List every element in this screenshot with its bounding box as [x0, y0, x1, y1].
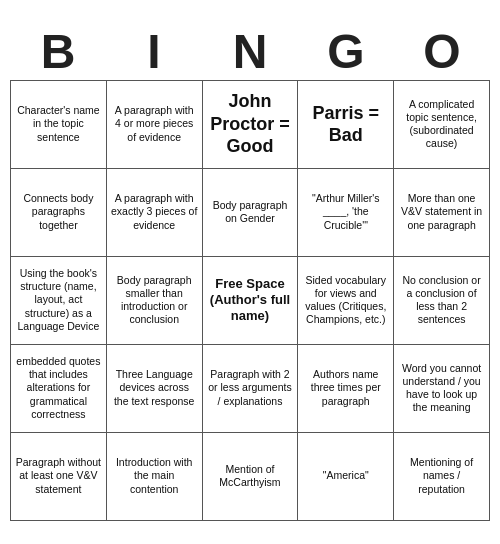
- header-letter-o: O: [398, 28, 486, 76]
- cell-0[interactable]: Character's name in the topic sentence: [11, 81, 107, 169]
- cell-19[interactable]: Word you cannot understand / you have to…: [394, 345, 490, 433]
- header-letter-i: I: [110, 28, 198, 76]
- cell-7[interactable]: Body paragraph on Gender: [203, 169, 299, 257]
- cell-15[interactable]: embedded quotes that includes alteration…: [11, 345, 107, 433]
- cell-5[interactable]: Connects body paragraphs together: [11, 169, 107, 257]
- cell-17[interactable]: Paragraph with 2 or less arguments / exp…: [203, 345, 299, 433]
- cell-12-free-space[interactable]: Free Space (Author's full name): [203, 257, 299, 345]
- cell-23[interactable]: "America": [298, 433, 394, 521]
- cell-22[interactable]: Mention of McCarthyism: [203, 433, 299, 521]
- bingo-card: B I N G O Character's name in the topic …: [10, 24, 490, 521]
- cell-1[interactable]: A paragraph with 4 or more pieces of evi…: [107, 81, 203, 169]
- cell-16[interactable]: Three Language devices across the text r…: [107, 345, 203, 433]
- cell-21[interactable]: Introduction with the main contention: [107, 433, 203, 521]
- bingo-grid: Character's name in the topic sentence A…: [10, 80, 490, 521]
- cell-8[interactable]: "Arthur Miller's ____, 'the Crucible'": [298, 169, 394, 257]
- cell-13[interactable]: Sided vocabulary for views and values (C…: [298, 257, 394, 345]
- cell-11[interactable]: Body paragraph smaller than introduction…: [107, 257, 203, 345]
- header-letter-n: N: [206, 28, 294, 76]
- cell-24[interactable]: Mentioning of names / reputation: [394, 433, 490, 521]
- cell-20[interactable]: Paragraph without at least one V&V state…: [11, 433, 107, 521]
- cell-6[interactable]: A paragraph with exactly 3 pieces of evi…: [107, 169, 203, 257]
- cell-10[interactable]: Using the book's structure (name, layout…: [11, 257, 107, 345]
- header-letter-g: G: [302, 28, 390, 76]
- header-letter-b: B: [14, 28, 102, 76]
- cell-2[interactable]: John Proctor = Good: [203, 81, 299, 169]
- cell-18[interactable]: Authors name three times per paragraph: [298, 345, 394, 433]
- cell-3[interactable]: Parris = Bad: [298, 81, 394, 169]
- bingo-header: B I N G O: [10, 24, 490, 80]
- cell-4[interactable]: A complicated topic sentence, (subordina…: [394, 81, 490, 169]
- cell-14[interactable]: No conclusion or a conclusion of less th…: [394, 257, 490, 345]
- cell-9[interactable]: More than one V&V statement in one parag…: [394, 169, 490, 257]
